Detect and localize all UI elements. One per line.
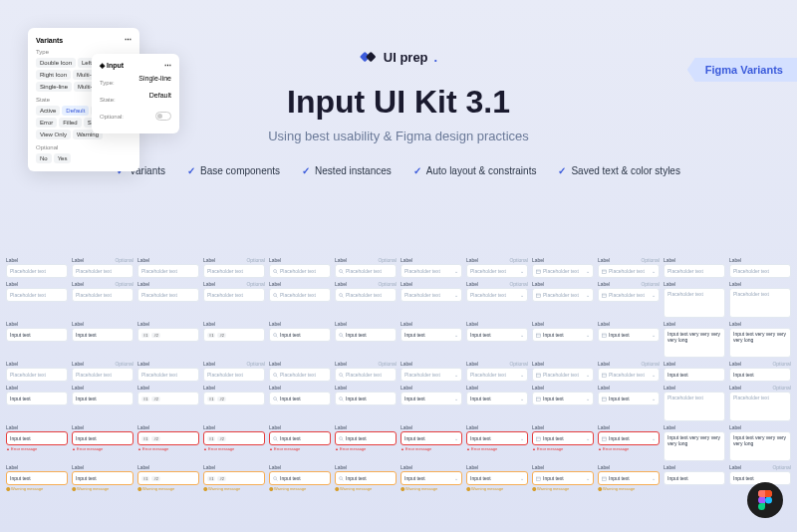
tag[interactable]: #2 bbox=[217, 397, 225, 401]
input-field[interactable]: Placeholder text bbox=[72, 288, 133, 302]
input-field[interactable]: Input text⌄ bbox=[466, 328, 528, 342]
input-field[interactable]: #1#2 bbox=[203, 328, 265, 342]
input-field[interactable]: Input text⌄ bbox=[532, 392, 594, 405]
input-field[interactable]: #1#2 bbox=[203, 471, 265, 485]
input-field[interactable]: Placeholder text⌄ bbox=[400, 264, 462, 278]
input-field[interactable]: Input text⌄ bbox=[598, 392, 660, 405]
input-field[interactable]: Input text bbox=[664, 471, 725, 485]
chip-view-only[interactable]: View Only bbox=[36, 130, 71, 139]
input-field[interactable]: Input text⌄ bbox=[400, 392, 462, 405]
tag[interactable]: #1 bbox=[207, 397, 215, 401]
tag[interactable]: #1 bbox=[207, 333, 215, 338]
input-field[interactable]: #1#2 bbox=[137, 471, 199, 485]
textarea[interactable]: Input text very very very very long bbox=[729, 431, 791, 461]
input-field[interactable]: Input text⌄ bbox=[466, 431, 528, 445]
prop-state-value[interactable]: Default bbox=[149, 92, 171, 106]
more-icon[interactable]: ⋯ bbox=[125, 36, 132, 44]
tag[interactable]: #2 bbox=[151, 476, 159, 481]
textarea[interactable]: Placeholder text bbox=[664, 288, 725, 318]
textarea[interactable]: Input text very very very very long bbox=[664, 431, 725, 461]
input-field[interactable]: Input text⌄ bbox=[400, 328, 462, 342]
textarea[interactable]: Input text very very very very long bbox=[664, 328, 725, 358]
figma-button[interactable] bbox=[747, 482, 783, 518]
tag[interactable]: #1 bbox=[141, 397, 149, 401]
input-field[interactable]: Input text⌄ bbox=[532, 471, 594, 485]
input-field[interactable]: #1#2 bbox=[137, 431, 199, 445]
input-field[interactable]: Input text⌄ bbox=[466, 392, 528, 405]
chip-single-line[interactable]: Single-line bbox=[36, 82, 72, 92]
textarea[interactable]: Placeholder text bbox=[729, 288, 791, 318]
tag[interactable]: #2 bbox=[151, 397, 159, 401]
prop-type-value[interactable]: Single-line bbox=[138, 75, 171, 89]
input-field[interactable]: Placeholder text⌄ bbox=[598, 264, 660, 278]
input-field[interactable]: #1#2 bbox=[137, 328, 199, 342]
chip-filled[interactable]: Filled bbox=[59, 118, 81, 128]
input-field[interactable]: Placeholder text bbox=[137, 264, 199, 278]
tag[interactable]: #2 bbox=[217, 333, 225, 338]
input-field[interactable]: #1#2 bbox=[203, 431, 265, 445]
tag[interactable]: #1 bbox=[207, 476, 215, 481]
chip-right-icon[interactable]: Right Icon bbox=[36, 70, 71, 80]
optional-toggle[interactable] bbox=[155, 112, 171, 121]
input-field[interactable]: Input text bbox=[335, 392, 397, 405]
chip-error[interactable]: Error bbox=[36, 118, 57, 128]
input-field[interactable]: Placeholder text bbox=[335, 264, 397, 278]
input-field[interactable]: Input text bbox=[269, 328, 331, 342]
tag[interactable]: #1 bbox=[141, 436, 149, 441]
textarea[interactable]: Input text very very very very long bbox=[729, 328, 791, 358]
input-field[interactable]: Placeholder text bbox=[269, 264, 331, 278]
input-field[interactable]: Placeholder text bbox=[6, 368, 68, 382]
tag[interactable]: #1 bbox=[141, 333, 149, 338]
input-field[interactable]: Input text bbox=[664, 368, 725, 382]
input-field[interactable]: Placeholder text⌄ bbox=[466, 368, 528, 382]
input-field[interactable]: Input text⌄ bbox=[466, 471, 528, 485]
input-field[interactable]: Input text⌄ bbox=[598, 431, 660, 445]
input-field[interactable]: Placeholder text⌄ bbox=[598, 368, 660, 382]
input-field[interactable]: #1#2 bbox=[203, 392, 265, 405]
input-field[interactable]: Input text bbox=[269, 471, 331, 485]
chip-yes[interactable]: Yes bbox=[54, 153, 72, 163]
input-field[interactable]: Input text bbox=[72, 471, 133, 485]
input-field[interactable]: Input text bbox=[72, 431, 133, 445]
tag[interactable]: #2 bbox=[151, 436, 159, 441]
input-field[interactable]: Input text⌄ bbox=[400, 431, 462, 445]
input-field[interactable]: Input text⌄ bbox=[532, 431, 594, 445]
tag[interactable]: #2 bbox=[151, 333, 159, 338]
textarea[interactable]: Placeholder text bbox=[729, 392, 791, 421]
chip-default[interactable]: Default bbox=[62, 106, 89, 116]
input-field[interactable]: Placeholder text bbox=[6, 288, 68, 302]
input-field[interactable]: Placeholder text⌄ bbox=[532, 288, 594, 302]
textarea[interactable]: Placeholder text bbox=[664, 392, 725, 421]
input-field[interactable]: Input text bbox=[269, 392, 331, 405]
input-field[interactable]: Placeholder text bbox=[6, 264, 68, 278]
input-field[interactable]: Input text bbox=[335, 471, 397, 485]
input-field[interactable]: Input text⌄ bbox=[532, 328, 594, 342]
input-field[interactable]: Placeholder text⌄ bbox=[532, 368, 594, 382]
input-field[interactable]: Placeholder text⌄ bbox=[400, 288, 462, 302]
input-field[interactable]: Placeholder text bbox=[335, 368, 397, 382]
input-field[interactable]: Placeholder text bbox=[72, 368, 133, 382]
chip-active[interactable]: Active bbox=[36, 106, 60, 116]
input-field[interactable]: #1#2 bbox=[137, 392, 199, 405]
input-field[interactable]: Input text⌄ bbox=[400, 471, 462, 485]
chip-double-icon[interactable]: Double Icon bbox=[36, 58, 76, 68]
input-field[interactable]: Input text bbox=[72, 328, 133, 342]
input-field[interactable]: Input text bbox=[6, 471, 68, 485]
input-field[interactable]: Placeholder text bbox=[137, 288, 199, 302]
input-field[interactable]: Placeholder text bbox=[729, 264, 791, 278]
input-field[interactable]: Placeholder text⌄ bbox=[400, 368, 462, 382]
tag[interactable]: #2 bbox=[217, 476, 225, 481]
input-field[interactable]: Placeholder text bbox=[203, 368, 265, 382]
more-icon[interactable]: ⋯ bbox=[164, 62, 171, 70]
input-field[interactable]: Placeholder text bbox=[664, 264, 725, 278]
input-field[interactable]: Placeholder text bbox=[72, 264, 133, 278]
input-field[interactable]: Input text bbox=[6, 431, 68, 445]
input-field[interactable]: Input text bbox=[335, 431, 397, 445]
input-field[interactable]: Input text⌄ bbox=[598, 328, 660, 342]
input-field[interactable]: Input text⌄ bbox=[598, 471, 660, 485]
tag[interactable]: #1 bbox=[207, 436, 215, 441]
input-field[interactable]: Placeholder text bbox=[203, 264, 265, 278]
input-field[interactable]: Placeholder text bbox=[269, 368, 331, 382]
chip-no[interactable]: No bbox=[36, 153, 52, 163]
input-field[interactable]: Input text bbox=[729, 368, 791, 382]
